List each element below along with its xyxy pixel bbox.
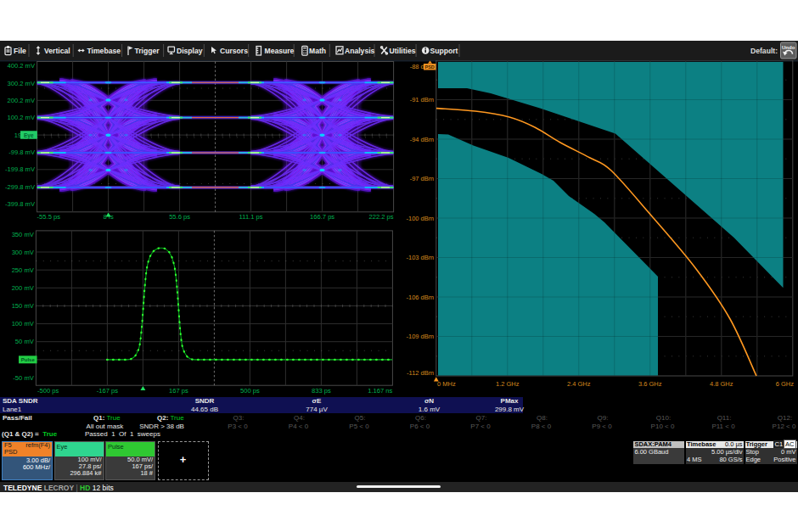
svg-text:500 ps: 500 ps — [240, 387, 260, 395]
svg-text:6 GHz: 6 GHz — [776, 380, 795, 388]
svg-text:100.2 mV: 100.2 mV — [7, 114, 35, 121]
svg-text:300.2 mV: 300.2 mV — [7, 80, 35, 87]
svg-text:Analysis: Analysis — [345, 47, 375, 55]
svg-text:1.2 GHz: 1.2 GHz — [496, 380, 520, 388]
svg-text:166.7 ps: 166.7 ps — [310, 213, 334, 221]
svg-text:-106 dBm: -106 dBm — [406, 294, 434, 301]
svg-text:-167 ps: -167 ps — [97, 387, 119, 395]
svg-text:-99.8 mV: -99.8 mV — [8, 148, 36, 156]
svg-text:300 mV: 300 mV — [12, 249, 35, 256]
svg-text:-399.8 mV: -399.8 mV — [5, 200, 36, 208]
svg-text:-100 dBm: -100 dBm — [406, 215, 434, 222]
svg-text:Measure: Measure — [265, 47, 295, 55]
svg-text:Undo: Undo — [782, 45, 795, 50]
svg-text:Display: Display — [177, 47, 203, 55]
svg-text:3.6 GHz: 3.6 GHz — [638, 380, 662, 388]
svg-text:-94 dBm: -94 dBm — [410, 136, 434, 143]
svg-text:-299.8 mV: -299.8 mV — [5, 183, 36, 191]
svg-text:150 mV: 150 mV — [12, 302, 35, 310]
svg-text:-103 dBm: -103 dBm — [406, 254, 434, 261]
svg-text:50 mV: 50 mV — [15, 338, 35, 345]
svg-text:Timebase: Timebase — [87, 47, 121, 55]
svg-text:100 mV: 100 mV — [12, 320, 35, 328]
svg-text:Math: Math — [309, 47, 326, 55]
svg-text:Utilities: Utilities — [390, 47, 416, 55]
svg-text:Cursors: Cursors — [220, 47, 248, 55]
svg-text:111.1 ps: 111.1 ps — [239, 213, 263, 221]
svg-text:Trigger: Trigger — [135, 47, 160, 55]
svg-text:1.167 ns: 1.167 ns — [368, 387, 392, 395]
svg-text:55.6 ps: 55.6 ps — [169, 213, 190, 221]
svg-text:4.8 GHz: 4.8 GHz — [710, 380, 733, 388]
svg-text:Pulse: Pulse — [21, 357, 36, 362]
svg-text:0 MHz: 0 MHz — [437, 380, 456, 388]
svg-text:2.4 GHz: 2.4 GHz — [567, 380, 591, 388]
svg-text:Default:: Default: — [750, 47, 778, 55]
svg-text:PSD: PSD — [425, 64, 435, 70]
svg-text:200.2 mV: 200.2 mV — [7, 97, 35, 104]
svg-text:400.2 mV: 400.2 mV — [7, 62, 35, 70]
svg-text:833 ps: 833 ps — [312, 387, 331, 395]
svg-text:Eye: Eye — [24, 132, 34, 139]
svg-text:-97 dBm: -97 dBm — [410, 175, 434, 182]
svg-text:Vertical: Vertical — [44, 47, 70, 55]
svg-text:350 mV: 350 mV — [12, 231, 35, 238]
svg-text:File: File — [14, 47, 26, 55]
svg-text:-112 dBm: -112 dBm — [407, 369, 434, 377]
svg-text:-109 dBm: -109 dBm — [406, 333, 434, 340]
svg-text:200 mV: 200 mV — [12, 284, 35, 292]
svg-text:-91 dBm: -91 dBm — [410, 96, 434, 104]
svg-text:-500 ps: -500 ps — [37, 387, 59, 395]
svg-text:250 mV: 250 mV — [12, 266, 35, 274]
svg-text:-199.8 mV: -199.8 mV — [5, 165, 36, 173]
svg-text:-55.5 ps: -55.5 ps — [37, 213, 61, 221]
svg-text:Support: Support — [430, 47, 458, 55]
svg-text:222.2 ps: 222.2 ps — [368, 213, 393, 221]
svg-text:-50 mV: -50 mV — [13, 374, 34, 382]
svg-text:167 ps: 167 ps — [169, 387, 188, 395]
